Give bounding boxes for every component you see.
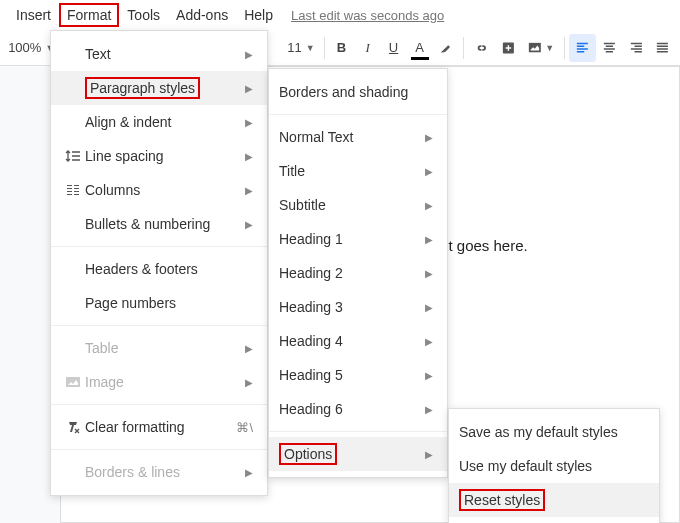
align-left-icon bbox=[575, 40, 590, 56]
menu-item-label: Line spacing bbox=[85, 148, 245, 164]
align-left-button[interactable] bbox=[569, 34, 596, 62]
menu-item-heading-1[interactable]: Heading 1▶ bbox=[269, 222, 447, 256]
chevron-down-icon: ▼ bbox=[306, 43, 315, 53]
format-menu: Text▶ Paragraph styles ▶ Align & indent▶… bbox=[50, 30, 268, 496]
menu-item-bullets-numbering[interactable]: Bullets & numbering▶ bbox=[51, 207, 267, 241]
submenu-arrow-icon: ▶ bbox=[245, 377, 253, 388]
submenu-arrow-icon: ▶ bbox=[425, 268, 433, 279]
svg-rect-2 bbox=[66, 377, 80, 387]
highlight-button[interactable] bbox=[433, 34, 460, 62]
menu-item-label: Use my default styles bbox=[459, 458, 645, 474]
text-color-button[interactable]: A bbox=[407, 34, 433, 62]
menu-item-line-spacing[interactable]: Line spacing▶ bbox=[51, 139, 267, 173]
insert-image-button[interactable]: ▼ bbox=[522, 34, 561, 62]
menu-item-heading-2[interactable]: Heading 2▶ bbox=[269, 256, 447, 290]
align-right-icon bbox=[629, 40, 644, 56]
zoom-value: 100% bbox=[8, 40, 41, 55]
menu-tools[interactable]: Tools bbox=[119, 3, 168, 27]
menu-item-label: Image bbox=[85, 374, 245, 390]
menu-item-label: Options bbox=[279, 446, 425, 462]
image-icon bbox=[61, 374, 85, 390]
menu-item-label: Borders and shading bbox=[279, 84, 433, 100]
submenu-arrow-icon: ▶ bbox=[425, 336, 433, 347]
menu-item-label: Table bbox=[85, 340, 245, 356]
document-body-text: xt goes here. bbox=[441, 237, 528, 254]
align-justify-button[interactable] bbox=[649, 34, 676, 62]
menu-item-label: Save as my default styles bbox=[459, 424, 645, 440]
menu-separator bbox=[51, 449, 267, 450]
menu-item-label: Paragraph styles bbox=[85, 80, 245, 96]
menu-separator bbox=[269, 114, 447, 115]
menu-item-align-indent[interactable]: Align & indent▶ bbox=[51, 105, 267, 139]
svg-rect-1 bbox=[528, 42, 540, 51]
menu-item-label: Columns bbox=[85, 182, 245, 198]
font-size-value: 11 bbox=[287, 40, 301, 55]
submenu-arrow-icon: ▶ bbox=[245, 219, 253, 230]
menu-item-heading-6[interactable]: Heading 6▶ bbox=[269, 392, 447, 426]
menu-item-table: Table▶ bbox=[51, 331, 267, 365]
menu-item-borders-shading[interactable]: Borders and shading bbox=[269, 75, 447, 109]
add-comment-button[interactable] bbox=[495, 34, 522, 62]
menu-item-label: Clear formatting bbox=[85, 419, 236, 435]
submenu-arrow-icon: ▶ bbox=[425, 166, 433, 177]
menu-addons[interactable]: Add-ons bbox=[168, 3, 236, 27]
menu-item-label: Bullets & numbering bbox=[85, 216, 245, 232]
menu-item-save-default-styles[interactable]: Save as my default styles bbox=[449, 415, 659, 449]
menu-item-use-default-styles[interactable]: Use my default styles bbox=[449, 449, 659, 483]
menu-item-page-numbers[interactable]: Page numbers bbox=[51, 286, 267, 320]
menu-item-label: Page numbers bbox=[85, 295, 253, 311]
menu-item-paragraph-styles[interactable]: Paragraph styles ▶ bbox=[51, 71, 267, 105]
paragraph-styles-menu: Borders and shading Normal Text▶ Title▶ … bbox=[268, 68, 448, 478]
menu-item-clear-formatting[interactable]: Clear formatting ⌘\ bbox=[51, 410, 267, 444]
last-edit-link[interactable]: Last edit was seconds ago bbox=[291, 8, 444, 23]
highlighter-icon bbox=[439, 40, 454, 56]
menu-item-label: Heading 6 bbox=[279, 401, 425, 417]
underline-button[interactable]: U bbox=[381, 34, 407, 62]
menu-item-borders-lines: Borders & lines▶ bbox=[51, 455, 267, 489]
align-right-button[interactable] bbox=[623, 34, 650, 62]
menu-item-normal-text[interactable]: Normal Text▶ bbox=[269, 120, 447, 154]
submenu-arrow-icon: ▶ bbox=[425, 404, 433, 415]
menu-item-heading-3[interactable]: Heading 3▶ bbox=[269, 290, 447, 324]
menu-item-label: Borders & lines bbox=[85, 464, 245, 480]
link-icon bbox=[474, 40, 489, 56]
submenu-arrow-icon: ▶ bbox=[425, 200, 433, 211]
menu-item-options[interactable]: Options ▶ bbox=[269, 437, 447, 471]
menu-item-heading-5[interactable]: Heading 5▶ bbox=[269, 358, 447, 392]
menu-item-label: Heading 3 bbox=[279, 299, 425, 315]
menu-item-label: Heading 2 bbox=[279, 265, 425, 281]
submenu-arrow-icon: ▶ bbox=[425, 302, 433, 313]
menu-item-heading-4[interactable]: Heading 4▶ bbox=[269, 324, 447, 358]
menu-item-label: Title bbox=[279, 163, 425, 179]
menu-item-label: Heading 5 bbox=[279, 367, 425, 383]
line-spacing-icon bbox=[61, 148, 85, 164]
menu-item-title[interactable]: Title▶ bbox=[269, 154, 447, 188]
menu-help[interactable]: Help bbox=[236, 3, 281, 27]
menu-item-subtitle[interactable]: Subtitle▶ bbox=[269, 188, 447, 222]
menu-insert[interactable]: Insert bbox=[8, 3, 59, 27]
italic-button[interactable]: I bbox=[355, 34, 381, 62]
divider bbox=[463, 37, 464, 59]
submenu-arrow-icon: ▶ bbox=[245, 343, 253, 354]
menu-format[interactable]: Format bbox=[59, 3, 119, 27]
menu-item-label: Reset styles bbox=[459, 492, 645, 508]
menu-item-columns[interactable]: Columns▶ bbox=[51, 173, 267, 207]
align-center-button[interactable] bbox=[596, 34, 623, 62]
menu-item-headers-footers[interactable]: Headers & footers bbox=[51, 252, 267, 286]
clear-formatting-icon bbox=[61, 419, 85, 435]
menu-item-reset-styles[interactable]: Reset styles bbox=[449, 483, 659, 517]
insert-link-button[interactable] bbox=[468, 34, 495, 62]
chevron-down-icon: ▼ bbox=[545, 43, 554, 53]
font-size-dropdown[interactable]: 11 ▼ bbox=[282, 34, 319, 62]
submenu-arrow-icon: ▶ bbox=[245, 185, 253, 196]
submenu-arrow-icon: ▶ bbox=[425, 234, 433, 245]
menu-item-text[interactable]: Text▶ bbox=[51, 37, 267, 71]
columns-icon bbox=[61, 182, 85, 198]
submenu-arrow-icon: ▶ bbox=[245, 49, 253, 60]
menu-item-label: Heading 4 bbox=[279, 333, 425, 349]
divider bbox=[324, 37, 325, 59]
menu-item-label: Subtitle bbox=[279, 197, 425, 213]
bold-button[interactable]: B bbox=[329, 34, 355, 62]
submenu-arrow-icon: ▶ bbox=[245, 151, 253, 162]
menu-shortcut: ⌘\ bbox=[236, 420, 253, 435]
